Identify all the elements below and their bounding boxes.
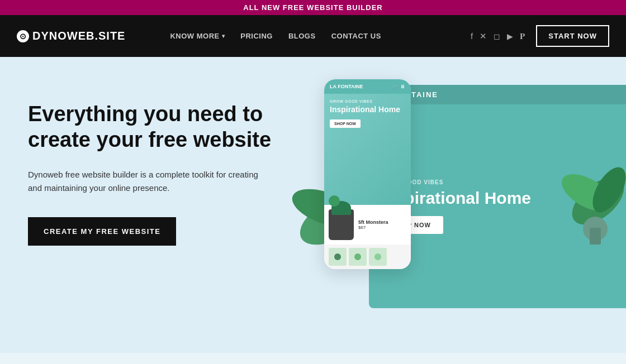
logo-text: DYNOWEB.SITE [32, 30, 125, 42]
nav-social: f ✕ ◻ ▶ 𝐏 [471, 31, 525, 41]
phone-hero-title: Inspirational Home [330, 106, 405, 114]
phone-thumbnails [324, 245, 411, 269]
thumbnail-3 [369, 248, 387, 266]
phone-brand: LA FONTAINE [330, 84, 363, 89]
phone-product-area: 5ft Monstera $67 [324, 205, 411, 245]
start-now-button[interactable]: START NOW [536, 25, 609, 47]
hero-visuals: LA FONTAINE 🛒 🖥 GROW GOOD VIBES Inspirat… [291, 74, 626, 342]
phone-shop-button[interactable]: SHOP NOW [330, 119, 361, 128]
chevron-down-icon: ▾ [222, 33, 225, 39]
phone-hero-area: GROW GOOD VIBES Inspirational Home SHOP … [324, 94, 411, 205]
pinterest-icon[interactable]: 𝐏 [520, 31, 525, 41]
nav-link-pricing[interactable]: PRICING [240, 32, 273, 40]
nav-links: KNOW MORE ▾ PRICING BLOGS CONTACT US [170, 32, 471, 40]
logo-icon: ⊙ [17, 30, 29, 42]
top-banner: ALL NEW FREE WEBSITE BUILDER [0, 0, 626, 15]
nav-link-know-more[interactable]: KNOW MORE ▾ [170, 32, 225, 40]
phone-small-label: GROW GOOD VIBES [330, 99, 405, 103]
nav-link-contact[interactable]: CONTACT US [331, 32, 381, 40]
nav-link-know-more-label: KNOW MORE [170, 32, 219, 40]
hero-section: Everything you need to create your free … [0, 57, 626, 353]
nav-link-contact-label: CONTACT US [331, 32, 381, 40]
twitter-icon[interactable]: ✕ [480, 31, 487, 41]
hero-description: Dynoweb free website builder is a comple… [28, 168, 268, 195]
hero-content: Everything you need to create your free … [28, 90, 307, 246]
product-name: 5ft Monstera [358, 219, 388, 225]
nav-logo[interactable]: ⊙ DYNOWEB.SITE [17, 30, 125, 42]
instagram-icon[interactable]: ◻ [494, 32, 500, 41]
thumbnail-2 [349, 248, 367, 266]
banner-text: ALL NEW FREE WEBSITE BUILDER [243, 3, 382, 12]
phone-header: LA FONTAINE 🛒 🖥 [324, 79, 411, 94]
product-info: 5ft Monstera $67 [358, 219, 388, 230]
svg-rect-8 [590, 228, 601, 245]
create-website-button[interactable]: CREATE MY FREE WEBSITE [28, 217, 176, 246]
youtube-icon[interactable]: ▶ [507, 32, 513, 41]
phone-icons: 🛒 🖥 [392, 84, 405, 89]
thumbnail-1 [329, 248, 347, 266]
nav-link-pricing-label: PRICING [240, 32, 273, 40]
hero-title: Everything you need to create your free … [28, 102, 307, 152]
nav-link-blogs-label: BLOGS [288, 32, 316, 40]
bottom-section: Create professional websites that grow y… [0, 353, 626, 364]
facebook-icon[interactable]: f [471, 31, 473, 41]
navbar: ⊙ DYNOWEB.SITE KNOW MORE ▾ PRICING BLOGS… [0, 15, 626, 57]
phone-mockup: LA FONTAINE 🛒 🖥 GROW GOOD VIBES Inspirat… [324, 79, 411, 269]
product-pot [329, 209, 354, 240]
desktop-plant-decoration [542, 162, 626, 251]
product-price: $67 [358, 225, 388, 230]
nav-link-blogs[interactable]: BLOGS [288, 32, 316, 40]
